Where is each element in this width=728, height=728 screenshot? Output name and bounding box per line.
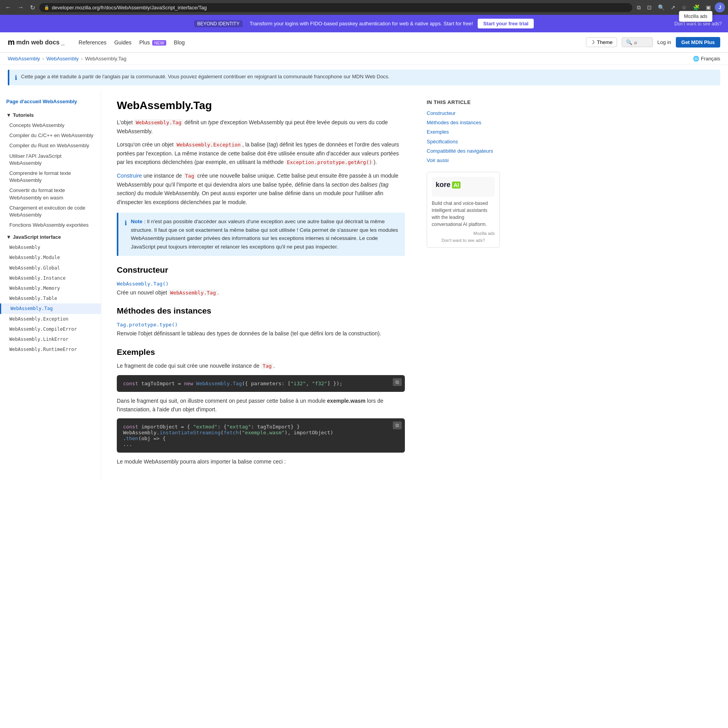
nav-references[interactable]: References	[76, 37, 110, 48]
copy-button-2[interactable]: ⧉	[393, 421, 402, 429]
mdn-logo-m: m	[8, 38, 15, 47]
breadcrumb-item-webassembly2[interactable]: WebAssembly	[46, 56, 79, 62]
toc-link-specs[interactable]: Spécifications	[427, 139, 458, 145]
toc-list: Constructeur Méthodes des instances Exem…	[427, 110, 500, 164]
toc-link-compat[interactable]: Compatibilité des navigateurs	[427, 148, 493, 154]
mdn-logo[interactable]: m mdn web docs _	[8, 38, 65, 47]
sidebar-item-compile-rust[interactable]: Compiler du Rust en WebAssembly	[0, 141, 101, 151]
arrow-down-icon-2: ▼	[6, 234, 11, 240]
constructor-desc: Crée un nouvel objet WebAssembly.Tag.	[117, 288, 405, 297]
constructor-heading: Constructeur	[117, 265, 405, 275]
login-button[interactable]: Log in	[658, 39, 671, 45]
ad-banner-wrapper: BEYOND IDENTITY Transform your logins wi…	[0, 15, 728, 32]
new-tab-button[interactable]: ⧉	[635, 2, 643, 12]
sidebar-item-linkerror[interactable]: WebAssembly.LinkError	[0, 334, 101, 344]
search-button[interactable]: 🔍 ⌕	[622, 37, 653, 47]
code-block-2: ⧉ const importObject = { "extmod": {"ext…	[117, 418, 405, 453]
theme-icon: ☽	[590, 39, 595, 45]
intro-p3: Construire une instance de Tag crée une …	[117, 171, 405, 206]
start-trial-button[interactable]: Start your free trial	[478, 19, 534, 28]
toc-item-examples: Exemples	[427, 129, 500, 136]
sidebar-section-js-interface-header[interactable]: ▼ JavaScript interface	[0, 232, 101, 242]
sidebar-item-text-format[interactable]: Comprendre le format texte WebAssembly	[0, 168, 101, 185]
zoom-button[interactable]: 🔍	[656, 2, 667, 12]
method-link[interactable]: Tag.prototype.type()	[117, 322, 178, 328]
share-button[interactable]: ↗	[668, 2, 678, 12]
profile-button[interactable]: J	[715, 2, 725, 12]
ad-card-dismiss[interactable]: Don't want to see ads?	[432, 238, 495, 243]
refresh-button[interactable]: ↻	[28, 3, 37, 12]
breadcrumb-item-webassembly[interactable]: WebAssembly	[8, 56, 40, 62]
note-icon: ℹ	[125, 218, 127, 251]
sidebar-item-concepts[interactable]: Concepts WebAssembly	[0, 120, 101, 130]
breadcrumb-current: WebAssembly.Tag	[85, 56, 126, 62]
sidebar-item-exception[interactable]: WebAssembly.Exception	[0, 314, 101, 324]
sidebar-item-api-js[interactable]: Utiliser l'API JavaScript WebAssembly	[0, 151, 101, 168]
method-desc: Renvoie l'objet définissant le tableau d…	[117, 329, 405, 338]
sidebar-section-js-interface: ▼ JavaScript interface WebAssembly WebAs…	[0, 232, 101, 354]
constructor-link[interactable]: WebAssembly.Tag()	[117, 281, 169, 287]
ad-card-badge: Mozilla ads	[432, 231, 495, 236]
breadcrumb-sep-2: ›	[81, 56, 83, 62]
tag-code: Tag	[183, 173, 195, 179]
code-line-3: .then(obj => {	[123, 435, 399, 441]
nav-plus[interactable]: Plus NEW	[136, 37, 169, 48]
browser-chrome: ← → ↻ 🔒 developer.mozilla.org/fr/docs/We…	[0, 0, 728, 15]
code-line-2: WebAssembly.instantiateStreaming(fetch("…	[123, 430, 399, 435]
sidebar-item-module[interactable]: WebAssembly.Module	[0, 252, 101, 263]
sidebar-item-global[interactable]: WebAssembly.Global	[0, 263, 101, 273]
article-title: WebAssembly.Tag	[117, 99, 405, 112]
toc-title: In this article	[427, 99, 500, 105]
address-bar[interactable]: 🔒 developer.mozilla.org/fr/docs/WebAssem…	[39, 3, 632, 12]
toc-item-constructor: Constructeur	[427, 110, 500, 117]
lock-icon: 🔒	[44, 5, 49, 10]
intro-p2: Lorsqu'on crée un objet WebAssembly.Exce…	[117, 140, 405, 167]
kore-logo: kore AI	[436, 181, 491, 189]
sidebar-item-table[interactable]: WebAssembly.Table	[0, 293, 101, 303]
forward-button[interactable]: →	[16, 3, 26, 12]
toc-link-constructor[interactable]: Constructeur	[427, 110, 455, 116]
info-icon: ℹ	[15, 74, 17, 81]
theme-button[interactable]: ☽ Theme	[586, 37, 617, 47]
toc-link-examples[interactable]: Exemples	[427, 129, 449, 135]
mozilla-ads-tooltip: Mozilla ads	[679, 11, 712, 22]
kore-logo-container: kore AI	[432, 177, 495, 197]
breadcrumb-sep-1: ›	[42, 56, 44, 62]
examples-heading: Exemples	[117, 347, 405, 357]
sidebar-item-instance[interactable]: WebAssembly.Instance	[0, 273, 101, 283]
code-line-1: const importObject = { "extmod": {"extta…	[123, 424, 399, 430]
examples-p2: Dans le fragment qui suit, on illustre c…	[117, 397, 405, 414]
get-mdn-plus-button[interactable]: Get MDN Plus	[676, 37, 720, 48]
toc-link-see-also[interactable]: Voir aussi	[427, 157, 448, 163]
construire-link[interactable]: Construire	[117, 173, 142, 179]
sidebar-item-exported[interactable]: Fonctions WebAssembly exportées	[0, 220, 101, 230]
getarg-link[interactable]: Exception.prototype.getArg()	[285, 159, 374, 165]
nav-guides[interactable]: Guides	[111, 37, 134, 48]
mdn-header: m mdn web docs _ References Guides Plus …	[0, 32, 728, 53]
sidebar-item-runtimeerror[interactable]: WebAssembly.RuntimeError	[0, 344, 101, 354]
sidebar-item-convert[interactable]: Convertir du format texte WebAssembly en…	[0, 185, 101, 203]
screenshot-button[interactable]: ⊡	[645, 2, 654, 12]
mdn-header-right: ☽ Theme 🔍 ⌕ Log in Get MDN Plus	[586, 37, 720, 48]
toc-link-methods[interactable]: Méthodes des instances	[427, 120, 481, 125]
theme-label: Theme	[597, 39, 612, 45]
copy-button-1[interactable]: ⧉	[393, 378, 402, 386]
sidebar-section-tutorials-header[interactable]: ▼ Tutoriels	[0, 110, 101, 120]
nav-blog[interactable]: Blog	[171, 37, 188, 48]
code-block-1: ⧉ const tagToImport = new WebAssembly.Ta…	[117, 375, 405, 392]
mdn-nav: References Guides Plus NEW Blog	[76, 37, 188, 48]
url-text: developer.mozilla.org/fr/docs/WebAssembl…	[52, 5, 207, 11]
sidebar-item-memory[interactable]: WebAssembly.Memory	[0, 283, 101, 293]
sidebar-home-link[interactable]: Page d'accueil WebAssembly	[0, 96, 101, 107]
back-button[interactable]: ←	[3, 3, 13, 12]
sidebar-item-compileerror[interactable]: WebAssembly.CompileError	[0, 324, 101, 334]
toc-item-methods: Méthodes des instances	[427, 119, 500, 126]
sidebar-item-loading[interactable]: Chargement et exécution de code WebAssem…	[0, 203, 101, 220]
sidebar-item-webassembly[interactable]: WebAssembly	[0, 242, 101, 252]
exception-link[interactable]: WebAssembly.Exception	[175, 141, 242, 148]
breadcrumb-lang[interactable]: 🌐 Français	[693, 56, 720, 62]
exemple-wasm-strong: exemple.wasm	[327, 398, 366, 404]
sidebar-item-tag[interactable]: WebAssembly.Tag	[0, 303, 101, 314]
sidebar-item-compile-c[interactable]: Compiler du C/C++ en WebAssembly	[0, 130, 101, 141]
sidebar-section-tutorials: ▼ Tutoriels Concepts WebAssembly Compile…	[0, 110, 101, 230]
